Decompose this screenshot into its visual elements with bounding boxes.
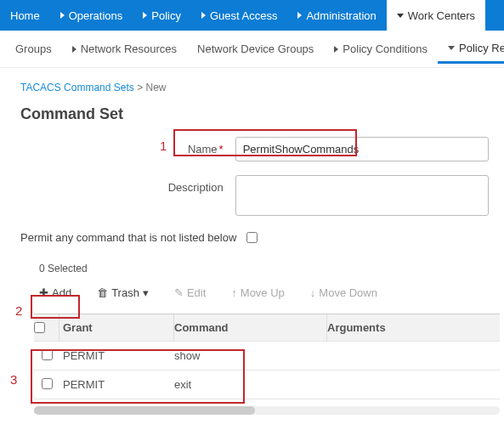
horizontal-scrollbar[interactable] [34, 406, 500, 415]
move-down-button[interactable]: ↓ Move Down [305, 283, 382, 303]
name-input[interactable] [235, 137, 489, 161]
chevron-right-icon [201, 12, 206, 19]
arrow-up-icon: ↑ [231, 286, 237, 299]
breadcrumb-sep: > [137, 82, 143, 93]
move-up-button[interactable]: ↑ Move Up [226, 283, 290, 303]
table-row[interactable]: PERMIT show [34, 342, 500, 371]
trash-icon: 🗑 [97, 286, 108, 299]
cell-grant: PERMIT [59, 378, 174, 391]
trash-button[interactable]: 🗑 Trash ▾ [92, 283, 154, 303]
edit-button[interactable]: ✎ Edit [169, 283, 211, 303]
header-grant: Grant [59, 314, 174, 341]
permit-any-label: Permit any command that is not listed be… [20, 231, 236, 244]
chevron-right-icon [143, 12, 147, 19]
chevron-down-icon [448, 46, 455, 50]
row-checkbox[interactable] [42, 378, 53, 389]
chevron-down-icon [397, 14, 404, 18]
breadcrumb-current: New [146, 82, 167, 93]
chevron-right-icon [334, 46, 338, 53]
commands-table: Grant Command Arguments PERMIT show PERM… [34, 314, 500, 399]
nav-work-centers[interactable]: Work Centers [387, 0, 485, 31]
subnav-network-device-groups[interactable]: Network Device Groups [187, 35, 324, 64]
chevron-down-icon: ▾ [143, 286, 149, 299]
form-row-name: Name* [32, 137, 489, 161]
subnav-groups[interactable]: Groups [5, 35, 62, 64]
breadcrumb-link[interactable]: TACACS Command Sets [20, 82, 134, 93]
permit-any-row: Permit any command that is not listed be… [20, 231, 489, 244]
page-title: Command Set [20, 105, 489, 123]
nav-guest-access[interactable]: Guest Access [191, 0, 287, 31]
select-all-checkbox[interactable] [34, 322, 45, 333]
chevron-right-icon [297, 12, 302, 19]
table-header: Grant Command Arguments [34, 314, 500, 342]
name-label: Name* [32, 137, 235, 156]
permit-any-checkbox[interactable] [246, 232, 258, 243]
form-row-description: Description [32, 175, 489, 216]
top-nav: Home Operations Policy Guest Access Admi… [0, 0, 504, 31]
subnav-network-resources[interactable]: Network Resources [62, 35, 187, 64]
table-row[interactable]: PERMIT exit [34, 371, 500, 399]
required-asterisk: * [219, 143, 224, 156]
scrollbar-thumb[interactable] [34, 406, 255, 415]
description-label: Description [32, 175, 235, 194]
edit-icon: ✎ [174, 286, 184, 299]
cell-command: exit [174, 378, 327, 391]
add-button[interactable]: ✚ Add [34, 283, 76, 303]
description-input[interactable] [235, 175, 489, 216]
nav-administration[interactable]: Administration [287, 0, 386, 31]
nav-operations[interactable]: Operations [50, 0, 133, 31]
subnav-policy-conditions[interactable]: Policy Conditions [324, 35, 438, 64]
cell-command: show [174, 349, 327, 362]
cell-grant: PERMIT [59, 349, 174, 362]
content: TACACS Command Sets > New Command Set Na… [0, 68, 504, 415]
sub-nav: Groups Network Resources Network Device … [0, 31, 504, 68]
plus-icon: ✚ [39, 286, 48, 299]
table-toolbar: ✚ Add 🗑 Trash ▾ ✎ Edit ↑ Move Up ↓ Move … [34, 280, 489, 305]
selected-count: 0 Selected [39, 263, 489, 274]
chevron-right-icon [60, 12, 65, 19]
breadcrumb: TACACS Command Sets > New [20, 82, 489, 93]
nav-home[interactable]: Home [0, 0, 50, 31]
chevron-right-icon [72, 46, 76, 53]
nav-policy[interactable]: Policy [133, 0, 191, 31]
header-command: Command [174, 314, 327, 341]
row-checkbox[interactable] [42, 349, 53, 360]
header-arguments: Arguments [327, 314, 500, 341]
form: Name* Description [32, 137, 489, 216]
arrow-down-icon: ↓ [310, 286, 316, 299]
header-checkbox-cell [34, 314, 59, 341]
subnav-policy-results[interactable]: Policy Results [438, 35, 504, 64]
